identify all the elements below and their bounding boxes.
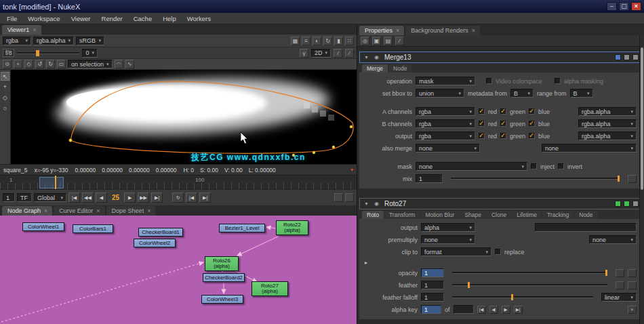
delete-key-button[interactable]: × (628, 306, 637, 314)
replace-checkbox[interactable] (495, 249, 501, 255)
rotate-cw-icon[interactable]: ↻ (46, 60, 55, 68)
premultiply-select[interactable]: none▾ (421, 235, 475, 244)
refresh-icon[interactable]: ↻ (323, 37, 332, 45)
node-color-swatch[interactable] (615, 54, 621, 60)
play-backward-fast-button[interactable]: ◀◀ (82, 193, 94, 203)
a-blue-checkbox[interactable] (529, 108, 535, 115)
key-count-field[interactable] (454, 305, 474, 314)
invert-checkbox[interactable] (558, 163, 564, 169)
bbox-select[interactable]: union▾ (416, 89, 464, 98)
node-bezier1[interactable]: Bezier1_Level (219, 224, 265, 232)
tab-motion-blur[interactable]: Motion Blur (420, 211, 459, 219)
add-point-icon[interactable]: + (14, 60, 22, 68)
falloff-type-select[interactable]: linear▾ (601, 293, 637, 302)
roto-output-select[interactable]: alpha▾ (421, 223, 475, 232)
b-channels-select[interactable]: rgba▾ (416, 119, 475, 128)
node-colorwheel2[interactable]: ColorWheel2 (134, 239, 176, 247)
roto-mode-select[interactable]: on selection▾ (68, 60, 113, 68)
close-button[interactable]: × (631, 2, 641, 11)
pencil-icon[interactable]: ∕ (395, 37, 404, 45)
tab-close-icon[interactable]: × (396, 27, 399, 34)
feather-falloff-slider-handle[interactable] (511, 294, 513, 300)
timeline-options-icon[interactable] (345, 193, 354, 202)
minimize-button[interactable]: – (607, 2, 617, 11)
opacity-slider-handle[interactable] (605, 270, 607, 276)
panel-close-button[interactable] (632, 201, 639, 207)
panel-float-button[interactable] (624, 54, 630, 60)
tab-background-renders[interactable]: Background Renders × (405, 26, 480, 35)
feather-icon[interactable]: ◠ (115, 60, 123, 68)
overlay-color-swatch[interactable] (624, 201, 630, 207)
layout-icon[interactable]: ▣ (372, 37, 381, 45)
gain-toggle[interactable]: f/8 (3, 49, 14, 57)
curve-button[interactable] (628, 269, 637, 277)
tab-close-icon[interactable]: × (96, 207, 100, 214)
next-key-button[interactable]: ▶ (502, 306, 510, 314)
out-green-checkbox[interactable] (500, 133, 506, 139)
a-extra-channel-select[interactable]: rgba.alpha▾ (578, 107, 637, 116)
tab-viewer1[interactable]: Viewer1 × (2, 25, 41, 35)
b-blue-checkbox[interactable] (529, 121, 535, 127)
properties-scrollbar[interactable] (639, 35, 644, 324)
tab-close-icon[interactable]: × (147, 207, 150, 214)
group-expander[interactable]: ▸ (359, 258, 637, 266)
tab-dope-sheet[interactable]: Dope Sheet × (106, 206, 156, 216)
b-red-checkbox[interactable] (479, 121, 485, 127)
bezier-tool-icon[interactable]: ◇ (1, 94, 9, 102)
gain-slider-handle[interactable] (36, 50, 39, 56)
b-extra-channel-select[interactable]: rgba.alpha▾ (578, 119, 637, 128)
scrollbar-thumb[interactable] (641, 47, 643, 190)
out-extra-channel-select[interactable]: rgba.alpha▾ (578, 131, 637, 140)
also-merge-extra-select[interactable]: none▾ (542, 144, 637, 153)
tab-merge[interactable]: Merge (362, 64, 388, 73)
menu-render[interactable]: Render (96, 14, 128, 23)
range-from-select[interactable]: B▾ (570, 89, 593, 98)
node-colorwheel3[interactable]: ColorWheel3 (201, 295, 243, 304)
select-tool-icon[interactable]: ↖ (1, 72, 9, 81)
tab-transform[interactable]: Transform (384, 211, 420, 219)
layer-select[interactable]: rgba▾ (3, 37, 31, 45)
tab-shape[interactable]: Shape (460, 211, 486, 219)
colorspace-select[interactable]: sRGB▾ (76, 37, 104, 45)
tab-close-icon[interactable]: × (44, 207, 47, 214)
ellipse-tool-icon[interactable]: ○ (1, 104, 9, 113)
out-red-checkbox[interactable] (479, 133, 485, 139)
keyframe-button[interactable] (616, 281, 624, 289)
pin-icon[interactable]: ◎ (361, 37, 369, 45)
proxy-icon[interactable]: ∷ (345, 37, 354, 45)
node-roto22[interactable]: Roto22(alpha) (276, 220, 308, 235)
feather-falloff-field[interactable]: 1 (421, 293, 444, 302)
slash-icon[interactable]: / (334, 49, 342, 58)
first-key-button[interactable]: |◀ (477, 306, 486, 314)
node-checkerboard1[interactable]: CheckerBoard1 (138, 228, 183, 237)
a-channels-select[interactable]: rgba▾ (416, 107, 475, 116)
timeline[interactable]: 1 100 (0, 175, 357, 189)
a-green-checkbox[interactable] (500, 108, 506, 115)
out-blue-checkbox[interactable] (529, 133, 535, 139)
tab-node[interactable]: Node (574, 211, 597, 219)
tab-tracking[interactable]: Tracking (542, 211, 573, 219)
channel-select[interactable]: rgba.alpha▾ (33, 37, 74, 45)
eye-icon[interactable]: ◉ (373, 201, 380, 207)
node-colorwheel1[interactable]: ColorWheel1 (22, 222, 64, 231)
metadata-from-select[interactable]: B▾ (510, 89, 534, 98)
video-colorspace-checkbox[interactable] (486, 78, 492, 84)
chevron-down-icon[interactable]: ▾ (363, 201, 370, 207)
feather-field[interactable]: 1 (421, 281, 444, 289)
menu-file[interactable]: File (1, 14, 22, 23)
roto27-header[interactable]: ▾ ◉ Roto27 (359, 198, 642, 209)
chevron-down-icon[interactable]: ▾ (363, 54, 370, 60)
tab-node-graph[interactable]: Node Graph × (2, 206, 52, 216)
trash-icon[interactable]: ▤ (384, 37, 393, 45)
tab-clone[interactable]: Clone (487, 211, 511, 219)
feather-slider-handle[interactable] (468, 282, 470, 288)
keyframe-button[interactable] (628, 175, 637, 183)
keyframe-button[interactable] (616, 269, 624, 277)
tab-close-icon[interactable]: × (472, 27, 475, 34)
frame-field[interactable]: 1 (3, 193, 15, 202)
merge13-header[interactable]: ▾ ◉ Merge13 (359, 52, 642, 63)
tab-node[interactable]: Node (388, 64, 411, 73)
mix-slider-handle[interactable] (618, 176, 620, 182)
menu-viewer[interactable]: Viewer (66, 14, 96, 23)
maximize-button[interactable]: ▢ (619, 2, 629, 11)
